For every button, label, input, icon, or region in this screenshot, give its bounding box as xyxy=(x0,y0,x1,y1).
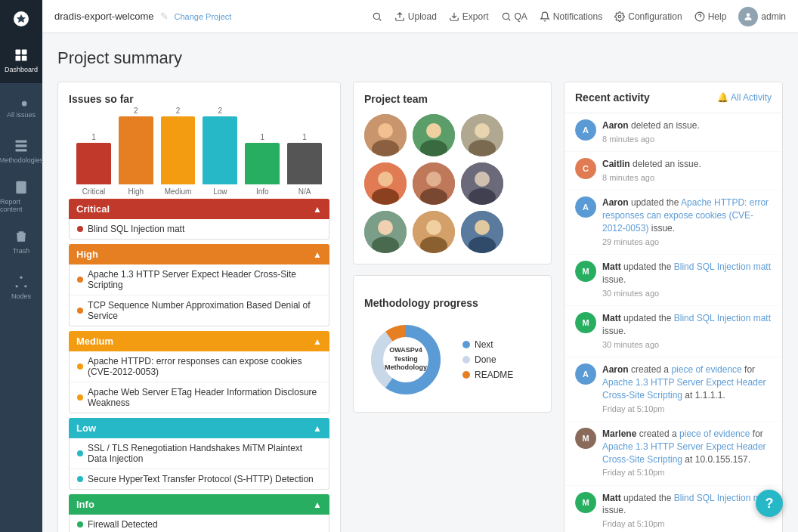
svg-point-5 xyxy=(22,101,27,107)
activity-user: Matt xyxy=(602,313,621,323)
team-avatar[interactable] xyxy=(364,114,407,156)
all-activity-link[interactable]: 🔔 All Activity xyxy=(717,92,772,103)
issue-text: Secure HyperText Transfer Protocol (S-HT… xyxy=(88,474,314,484)
sidebar-item-dashboard[interactable]: Dashboard xyxy=(0,38,42,83)
team-avatar[interactable] xyxy=(461,211,503,253)
issue-item[interactable]: Apache 1.3 HTTP Server Expect Header Cro… xyxy=(70,264,329,295)
issue-item[interactable]: TCP Sequence Number Approximation Based … xyxy=(70,295,329,326)
team-avatar[interactable] xyxy=(413,162,455,205)
export-button[interactable]: Export xyxy=(449,11,489,22)
middle-column: Project team xyxy=(353,82,552,532)
activity-avatar: M xyxy=(575,428,596,449)
methodology-card: Methodology progress xyxy=(353,275,552,413)
svg-point-36 xyxy=(378,220,393,235)
issue-section-medium: Medium ▲ Apache HTTPD: error responses c… xyxy=(69,331,329,413)
svg-rect-6 xyxy=(16,141,27,143)
activity-time: 30 minutes ago xyxy=(602,339,772,351)
low-label: Low xyxy=(76,422,96,434)
help-fab-button[interactable]: ? xyxy=(756,490,783,517)
bar-high-rect xyxy=(119,116,153,184)
issue-item[interactable]: SSL / TLS Renegotiation Handshakes MiTM … xyxy=(70,438,329,469)
activity-link[interactable]: Apache 1.3 HTTP Server Expect Header Cro… xyxy=(602,441,766,465)
legend-label-readme: README xyxy=(475,370,513,380)
activity-avatar: M xyxy=(575,312,596,333)
bar-high: 2 High xyxy=(119,107,153,196)
team-avatar[interactable] xyxy=(413,211,455,253)
svg-point-18 xyxy=(378,123,393,138)
high-header[interactable]: High ▲ xyxy=(69,244,329,264)
team-avatar[interactable] xyxy=(461,162,503,205)
issue-item[interactable]: Firewall Detected xyxy=(70,515,329,532)
change-project-link[interactable]: Change Project xyxy=(175,12,232,21)
issue-item[interactable]: Apache HTTPD: error responses can expose… xyxy=(70,351,329,382)
activity-text: Aaron deleted an issue. 8 minutes ago xyxy=(602,119,772,145)
issue-item[interactable]: Apache Web Server ETag Header Informatio… xyxy=(70,382,329,413)
low-header[interactable]: Low ▲ xyxy=(69,418,329,438)
low-items: SSL / TLS Renegotiation Handshakes MiTM … xyxy=(69,438,329,490)
help-button-top[interactable]: Help xyxy=(694,11,727,22)
bar-info: 1 Info xyxy=(245,133,280,196)
sidebar-item-methodologies[interactable]: Methodologies xyxy=(0,128,42,174)
activity-link[interactable]: piece of evidence xyxy=(671,364,741,375)
bar-low: 2 Low xyxy=(203,107,237,196)
activity-item: C Caitlin deleted an issue. 8 minutes ag… xyxy=(564,152,782,190)
bar-na-rect xyxy=(287,143,322,184)
issue-dot xyxy=(77,363,83,370)
legend-label-next: Next xyxy=(475,339,493,350)
team-avatar[interactable] xyxy=(413,114,455,156)
activity-text: Caitlin deleted an issue. 8 minutes ago xyxy=(602,158,772,184)
qa-label: QA xyxy=(515,11,527,22)
sidebar-item-label: Nodes xyxy=(11,292,31,300)
sidebar-item-report-content[interactable]: Report content xyxy=(0,174,42,219)
info-header[interactable]: Info ▲ xyxy=(69,494,329,515)
critical-header[interactable]: Critical ▲ xyxy=(69,199,329,219)
notifications-button[interactable]: Notifications xyxy=(540,11,602,22)
activity-link[interactable]: Blind SQL Injection matt xyxy=(674,261,771,272)
activity-time: 30 minutes ago xyxy=(602,288,772,299)
app-logo[interactable] xyxy=(0,0,42,38)
svg-point-13 xyxy=(503,13,509,19)
activity-avatar: M xyxy=(575,261,596,282)
issue-section-high: High ▲ Apache 1.3 HTTP Server Expect Hea… xyxy=(69,244,329,326)
team-avatar[interactable] xyxy=(364,162,407,205)
team-avatar[interactable] xyxy=(364,211,407,253)
medium-chevron: ▲ xyxy=(313,336,322,347)
activity-link[interactable]: piece of evidence xyxy=(679,428,750,439)
donut-legend: Next Done README xyxy=(462,339,513,380)
sidebar-item-all-issues[interactable]: All issues xyxy=(0,83,42,128)
svg-point-30 xyxy=(426,172,441,187)
issue-dot xyxy=(77,226,83,232)
medium-items: Apache HTTPD: error responses can expose… xyxy=(69,351,329,413)
user-menu[interactable]: admin xyxy=(738,7,786,26)
issue-item[interactable]: Blind SQL Injection matt xyxy=(70,219,329,239)
qa-button[interactable]: QA xyxy=(501,11,527,22)
activity-text: Aaron updated the Apache HTTPD: error re… xyxy=(602,196,772,248)
legend-dot-next xyxy=(462,341,470,348)
sidebar-item-nodes[interactable]: Nodes xyxy=(0,264,42,310)
svg-point-14 xyxy=(618,15,621,18)
upload-button[interactable]: Upload xyxy=(394,11,437,22)
sidebar-item-trash[interactable]: Trash xyxy=(0,219,42,264)
bar-na: 1 N/A xyxy=(287,133,322,196)
search-button[interactable] xyxy=(372,11,382,22)
activity-text: Aaron created a piece of evidence for Ap… xyxy=(602,363,772,415)
issue-item[interactable]: Secure HyperText Transfer Protocol (S-HT… xyxy=(70,469,329,489)
issues-column: Issues so far 1 Critical 2 Hig xyxy=(57,82,341,532)
activity-link[interactable]: Blind SQL Injection matt xyxy=(674,313,771,323)
team-avatar[interactable] xyxy=(461,114,503,156)
activity-item: A Aaron updated the Apache HTTPD: error … xyxy=(564,190,782,255)
issue-text: Apache Web Server ETag Header Informatio… xyxy=(88,387,321,408)
legend-dot-done xyxy=(462,356,470,363)
activity-link[interactable]: Apache 1.3 HTTP Server Expect Header Cro… xyxy=(602,377,766,401)
svg-point-42 xyxy=(475,220,490,235)
svg-point-10 xyxy=(16,285,18,287)
activity-user: Aaron xyxy=(602,197,629,208)
donut-chart: OWASPv4TestingMethodology xyxy=(364,318,447,401)
configuration-button[interactable]: Configuration xyxy=(614,11,682,22)
medium-header[interactable]: Medium ▲ xyxy=(69,331,329,351)
bar-chart: 1 Critical 2 High 2 xyxy=(69,113,329,196)
svg-point-33 xyxy=(475,172,490,187)
info-items: Firewall Detected xyxy=(69,515,329,532)
legend-readme: README xyxy=(462,370,513,380)
activity-item: A Aaron deleted an issue. 8 minutes ago xyxy=(564,113,782,152)
